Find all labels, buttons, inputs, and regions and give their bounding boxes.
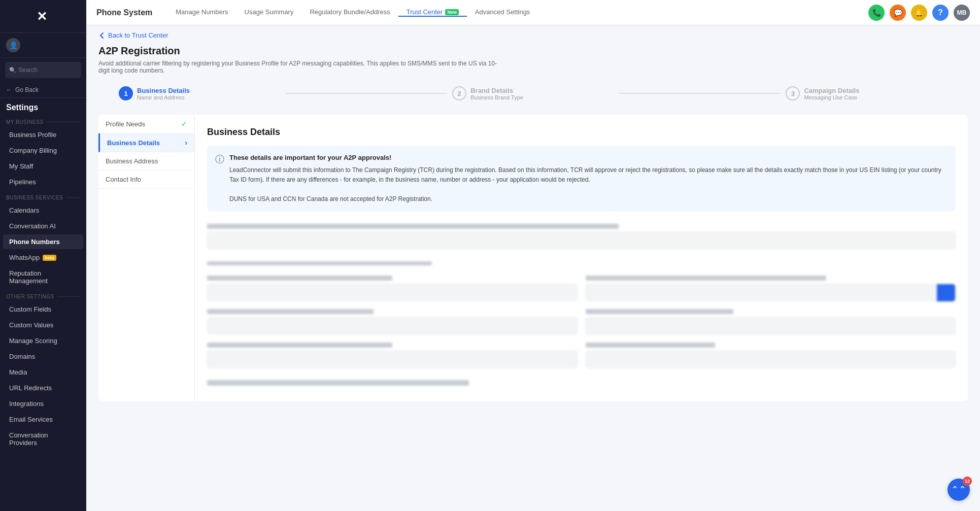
step-2-info: Brand Details Business Brand Type — [470, 87, 523, 100]
phone-icon[interactable]: 📞 — [868, 5, 885, 21]
sidebar-item-url-redirects[interactable]: URL Redirects — [3, 381, 83, 395]
settings-title: Settings — [0, 98, 86, 114]
section-other-settings: OTHER SETTINGS — [0, 289, 86, 301]
field-label-1 — [207, 224, 619, 229]
form-row-3 — [207, 309, 956, 334]
field-label-2 — [207, 276, 392, 281]
chat-icon[interactable]: 💬 — [890, 5, 906, 21]
tab-trust-center[interactable]: Trust Center New — [398, 8, 467, 17]
sidebar-item-custom-fields[interactable]: Custom Fields — [3, 302, 83, 317]
step-1-label: Business Details — [137, 87, 190, 94]
step-3: 3 Campaign Details Messaging Use Case — [786, 86, 948, 100]
bell-icon[interactable]: 🔔 — [911, 5, 927, 21]
go-back-button[interactable]: ← Go Back — [0, 82, 86, 98]
search-icon: 🔍 — [9, 67, 16, 74]
go-back-label: Go Back — [15, 86, 39, 93]
topbar: Phone System Manage Numbers Usage Summar… — [86, 0, 980, 25]
tab-usage-summary[interactable]: Usage Summary — [236, 8, 302, 17]
left-nav-contact-info[interactable]: Contact Info — [98, 171, 194, 189]
sidebar-item-pipelines[interactable]: Pipelines — [3, 175, 83, 189]
help-icon[interactable]: ? — [932, 5, 949, 21]
step-2-circle: 2 — [452, 86, 466, 100]
sidebar-item-media[interactable]: Media — [3, 365, 83, 380]
sidebar: ✕ 👤 🔍 ctrl X + ← Go Back Settings MY BUS… — [0, 0, 86, 511]
info-note: DUNS for USA and CCN for Canada are not … — [229, 195, 432, 202]
sidebar-item-email-services[interactable]: Email Services — [3, 412, 83, 427]
field-input-1[interactable] — [207, 232, 956, 249]
a2p-registration-content: A2P Registration Avoid additional carrie… — [86, 45, 980, 413]
sidebar-item-manage-scoring[interactable]: Manage Scoring — [3, 333, 83, 348]
field-input-6[interactable] — [207, 351, 578, 368]
topbar-title: Phone System — [96, 8, 152, 17]
field-input-2[interactable] — [207, 284, 578, 301]
field-input-4[interactable] — [207, 317, 578, 334]
back-to-trust-center-button[interactable]: Back to Trust Center — [98, 31, 168, 39]
sidebar-item-calendars[interactable]: Calendars — [3, 203, 83, 218]
step-connector-1 — [286, 93, 448, 94]
section-business-services: BUSINESS SERVICES — [0, 190, 86, 202]
scroll-top-badge: 12 — [963, 476, 972, 486]
left-nav: Profile Needs ✓ Business Details › Busin… — [98, 115, 195, 401]
topbar-icons: 📞 💬 🔔 ? MB — [868, 5, 970, 21]
left-nav-profile-needs[interactable]: Profile Needs ✓ — [98, 115, 194, 133]
form-section-region — [207, 380, 956, 386]
step-2: 2 Brand Details Business Brand Type — [452, 86, 614, 100]
search-input[interactable] — [18, 66, 86, 74]
step-3-label: Campaign Details — [804, 87, 859, 94]
form-field-6 — [207, 343, 578, 368]
tab-regulatory-bundle[interactable]: Regulatory Bundle/Address — [301, 8, 398, 17]
sidebar-item-integrations[interactable]: Integrations — [3, 396, 83, 411]
field-input-7[interactable] — [586, 351, 956, 368]
search-bar[interactable]: 🔍 ctrl X + — [5, 62, 81, 78]
breadcrumb: Back to Trust Center — [86, 25, 980, 45]
back-arrow-icon — [98, 32, 106, 39]
sidebar-item-company-billing[interactable]: Company Billing — [3, 143, 83, 158]
right-main: Business Details ⓘ These details are imp… — [195, 115, 968, 401]
sidebar-user[interactable]: 👤 — [0, 33, 86, 58]
user-avatar[interactable]: MB — [954, 5, 970, 21]
business-details-arrow-icon: › — [185, 139, 187, 147]
sidebar-item-business-profile[interactable]: Business Profile — [3, 127, 83, 142]
form-field-3 — [586, 276, 956, 301]
step-1-sub: Name and Address — [137, 94, 190, 100]
page-title: A2P Registration — [98, 45, 968, 57]
trust-center-new-badge: New — [445, 9, 459, 15]
form-row-2 — [207, 276, 956, 301]
sidebar-item-custom-values[interactable]: Custom Values — [3, 318, 83, 332]
step-2-label: Brand Details — [470, 87, 523, 94]
section-my-business: MY BUSINESS — [0, 114, 86, 127]
field-input-3[interactable] — [586, 284, 956, 301]
avatar: 👤 — [6, 38, 20, 52]
sidebar-item-phone-numbers[interactable]: Phone Numbers — [3, 234, 83, 249]
business-details-title: Business Details — [207, 127, 956, 138]
sidebar-item-domains[interactable]: Domains — [3, 349, 83, 364]
sidebar-item-whatsapp[interactable]: WhatsApp beta — [3, 250, 83, 265]
tab-manage-numbers[interactable]: Manage Numbers — [167, 8, 236, 17]
step-3-sub: Messaging Use Case — [804, 94, 859, 100]
field-input-5[interactable] — [586, 317, 956, 334]
field-label-6 — [207, 343, 392, 348]
form-section-1 — [207, 224, 956, 265]
form-field-2 — [207, 276, 578, 301]
left-nav-business-details[interactable]: Business Details › — [98, 133, 194, 152]
sidebar-item-conversation-providers[interactable]: Conversation Providers — [3, 428, 83, 450]
topbar-tabs: Manage Numbers Usage Summary Regulatory … — [167, 8, 538, 17]
main-content: Phone System Manage Numbers Usage Summar… — [86, 0, 980, 511]
info-main-text: LeadConnector will submit this informati… — [229, 166, 941, 183]
info-circle-icon: ⓘ — [215, 153, 224, 205]
topbar-left: Phone System Manage Numbers Usage Summar… — [96, 8, 538, 17]
form-field-1 — [207, 224, 956, 249]
sidebar-item-reputation-management[interactable]: Reputation Management — [3, 266, 83, 288]
field-label-5 — [586, 309, 734, 314]
content-layout: Profile Needs ✓ Business Details › Busin… — [98, 115, 968, 401]
step-1-circle: 1 — [119, 86, 133, 100]
sidebar-item-conversation-ai[interactable]: Conversation AI — [3, 219, 83, 233]
scroll-top-button[interactable]: ⌃⌃ 12 — [948, 479, 970, 501]
left-nav-business-address[interactable]: Business Address — [98, 152, 194, 171]
page-content: Back to Trust Center A2P Registration Av… — [86, 25, 980, 511]
sidebar-item-my-staff[interactable]: My Staff — [3, 159, 83, 174]
form-row-1 — [207, 224, 956, 249]
tab-advanced-settings[interactable]: Advanced Settings — [467, 8, 538, 17]
form-field-4 — [207, 309, 578, 334]
step-3-circle: 3 — [786, 86, 800, 100]
